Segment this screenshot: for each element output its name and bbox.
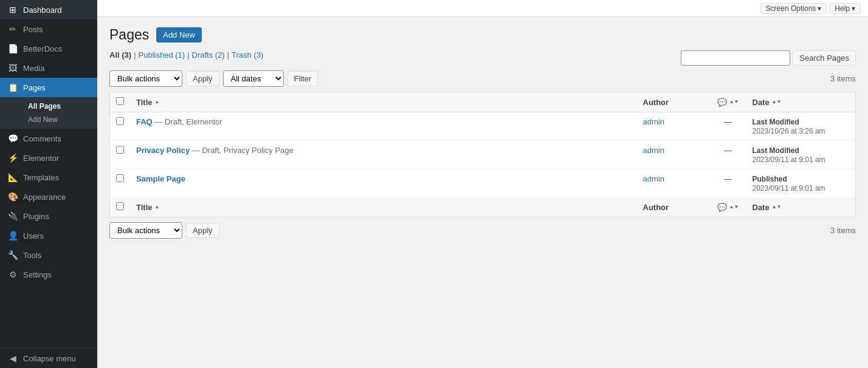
row-date-cell: Last Modified 2023/09/11 at 9:01 am: [746, 141, 856, 169]
appearance-icon: 🎨: [7, 192, 18, 202]
sidebar-item-posts[interactable]: ✏ Posts: [0, 19, 97, 39]
table-row: FAQ — Draft, Elementor admin — Last Modi…: [110, 112, 856, 141]
templates-icon: 📐: [7, 172, 18, 182]
pages-table: Title ▲ Author 💬 ▲▼: [109, 92, 856, 217]
search-input[interactable]: [681, 50, 790, 66]
row-author-cell: admin: [637, 169, 710, 198]
date-value: 2023/10/26 at 3:26 am: [753, 127, 825, 135]
collapse-menu-button[interactable]: ◀ Collapse menu: [0, 348, 97, 368]
row-title-cell: Privacy Policy — Draft, Privacy Policy P…: [130, 141, 637, 169]
row-checkbox-cell: [110, 141, 131, 169]
help-arrow-icon: ▾: [852, 4, 855, 13]
help-label: Help: [835, 4, 850, 13]
date-col-label: Date: [753, 98, 770, 107]
filter-button[interactable]: Filter: [288, 71, 319, 86]
screen-options-arrow-icon: ▾: [818, 4, 821, 13]
items-count-top: 3 items: [830, 74, 856, 83]
filter-published[interactable]: Published (1): [139, 50, 185, 60]
author-link[interactable]: admin: [643, 117, 664, 126]
row-checkbox[interactable]: [116, 117, 124, 125]
pages-icon: 📋: [7, 83, 18, 92]
date-status: Last Modified: [753, 146, 799, 155]
page-meta: — Draft, Privacy Policy Page: [192, 146, 294, 155]
sidebar-item-label: Templates: [23, 173, 59, 182]
date-value: 2023/09/11 at 9:01 am: [753, 184, 825, 193]
title-footer-label: Title: [136, 203, 153, 212]
row-checkbox[interactable]: [116, 174, 124, 182]
sidebar-item-label: BetterDocs: [23, 44, 62, 53]
sidebar-item-label: Appearance: [23, 193, 66, 202]
page-title-link[interactable]: Sample Page: [136, 174, 185, 183]
page-title-link[interactable]: FAQ: [136, 117, 153, 126]
sidebar-item-templates[interactable]: 📐 Templates: [0, 168, 97, 187]
elementor-icon: ⚡: [7, 153, 18, 163]
sidebar-item-settings[interactable]: ⚙ Settings: [0, 265, 97, 284]
top-toolbar: Bulk actions Apply All dates Filter 3 it…: [109, 70, 856, 87]
page-meta: — Draft, Elementor: [154, 117, 222, 126]
sidebar-item-plugins[interactable]: 🔌 Plugins: [0, 206, 97, 226]
sidebar-item-users[interactable]: 👤 Users: [0, 226, 97, 245]
add-new-button[interactable]: Add New: [156, 27, 202, 43]
sidebar-item-comments[interactable]: 💬 Comments: [0, 129, 97, 148]
sidebar-item-betterdocs[interactable]: 📄 BetterDocs: [0, 39, 97, 58]
sidebar-item-appearance[interactable]: 🎨 Appearance: [0, 187, 97, 206]
col-footer-author: Author: [637, 197, 710, 217]
sidebar-item-tools[interactable]: 🔧 Tools: [0, 245, 97, 265]
row-author-cell: admin: [637, 112, 710, 141]
search-pages-button[interactable]: Search Pages: [793, 50, 856, 66]
sidebar-item-label: Media: [23, 64, 44, 73]
select-all-footer-checkbox[interactable]: [116, 202, 124, 210]
screen-options-button[interactable]: Screen Options ▾: [760, 3, 827, 14]
date-footer-label: Date: [753, 203, 770, 212]
comments-count: —: [724, 174, 732, 183]
sidebar-sub-all-pages[interactable]: All Pages: [23, 100, 97, 113]
sidebar-item-label: Pages: [23, 83, 46, 92]
sidebar-item-label: Plugins: [23, 212, 49, 221]
author-col-label: Author: [643, 98, 669, 107]
items-count-bottom: 3 items: [830, 226, 856, 235]
sidebar-sub-add-new[interactable]: Add New: [23, 113, 97, 126]
date-filter-select[interactable]: All dates: [223, 70, 284, 87]
sidebar-item-media[interactable]: 🖼 Media: [0, 58, 97, 78]
bottom-toolbar: Bulk actions Apply 3 items: [109, 222, 856, 239]
comments-icon: 💬: [7, 134, 18, 143]
row-checkbox[interactable]: [116, 146, 124, 154]
sidebar-item-label: Dashboard: [23, 5, 62, 15]
filter-drafts[interactable]: Drafts (2): [192, 50, 225, 60]
page-title-link[interactable]: Privacy Policy: [136, 146, 190, 155]
page-title: Pages: [109, 27, 149, 43]
bulk-actions-select-top[interactable]: Bulk actions: [109, 70, 182, 87]
filter-trash[interactable]: Trash (3): [232, 50, 263, 60]
title-col-label: Title: [136, 98, 153, 107]
plugins-icon: 🔌: [7, 211, 18, 221]
sidebar-item-label: Comments: [23, 134, 61, 143]
settings-icon: ⚙: [7, 270, 18, 279]
betterdocs-icon: 📄: [7, 44, 18, 53]
filter-all[interactable]: All (3): [109, 50, 131, 60]
col-header-title: Title ▲: [130, 92, 637, 112]
apply-button-top[interactable]: Apply: [186, 71, 219, 86]
collapse-icon: ◀: [7, 353, 18, 363]
row-comments-cell: —: [710, 169, 746, 198]
col-footer-date: Date ▲▼: [746, 197, 856, 217]
select-all-checkbox[interactable]: [116, 97, 124, 105]
bulk-actions-select-bottom[interactable]: Bulk actions: [109, 222, 182, 239]
content-area: Pages Add New All (3) | Published (1) | …: [97, 17, 868, 368]
sidebar-item-elementor[interactable]: ⚡ Elementor: [0, 148, 97, 168]
author-link[interactable]: admin: [643, 146, 664, 155]
help-button[interactable]: Help ▾: [829, 3, 861, 14]
table-header-row: Title ▲ Author 💬 ▲▼: [110, 92, 856, 112]
row-date-cell: Published 2023/09/11 at 9:01 am: [746, 169, 856, 198]
col-footer-comments: 💬 ▲▼: [710, 197, 746, 217]
sidebar-item-dashboard[interactable]: ⊞ Dashboard: [0, 0, 97, 19]
apply-button-bottom[interactable]: Apply: [186, 223, 219, 238]
sidebar-item-label: Users: [23, 231, 44, 240]
row-author-cell: admin: [637, 141, 710, 169]
page-header: Pages Add New: [109, 27, 856, 43]
col-header-date: Date ▲▼: [746, 92, 856, 112]
sidebar-item-label: Elementor: [23, 154, 59, 163]
comments-sort-arrows: ▲▼: [729, 100, 739, 104]
author-link[interactable]: admin: [643, 174, 664, 183]
comments-icon: 💬: [717, 98, 727, 107]
sidebar-item-pages[interactable]: 📋 Pages: [0, 78, 97, 97]
